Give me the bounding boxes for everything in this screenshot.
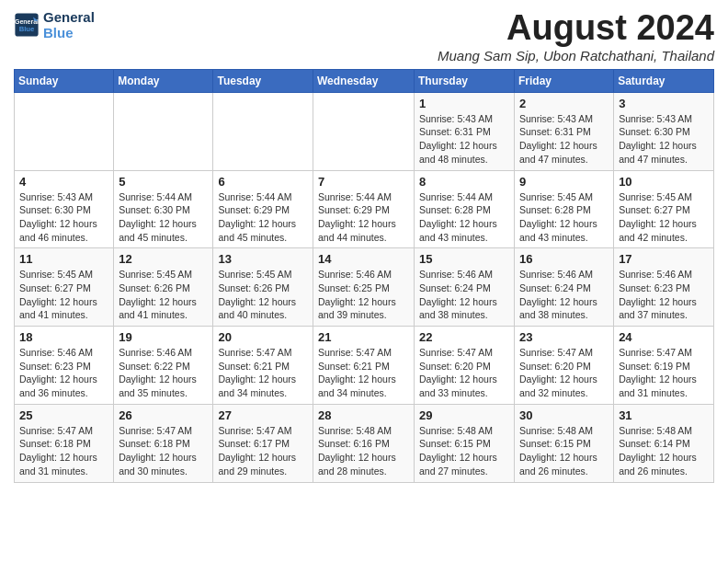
calendar-cell: 19Sunrise: 5:46 AM Sunset: 6:22 PM Dayli… xyxy=(114,327,213,405)
day-number: 29 xyxy=(419,408,509,422)
day-info: Sunrise: 5:47 AM Sunset: 6:18 PM Dayligh… xyxy=(119,424,208,478)
location: Muang Sam Sip, Ubon Ratchathani, Thailan… xyxy=(438,48,714,63)
calendar-cell: 2Sunrise: 5:43 AM Sunset: 6:31 PM Daylig… xyxy=(515,92,614,170)
day-info: Sunrise: 5:43 AM Sunset: 6:31 PM Dayligh… xyxy=(419,112,509,167)
col-header-thursday: Thursday xyxy=(415,69,515,92)
calendar-cell: 8Sunrise: 5:44 AM Sunset: 6:28 PM Daylig… xyxy=(415,170,515,248)
day-number: 28 xyxy=(318,408,409,422)
day-info: Sunrise: 5:48 AM Sunset: 6:14 PM Dayligh… xyxy=(619,424,709,478)
svg-text:Blue: Blue xyxy=(19,25,35,33)
calendar-cell: 1Sunrise: 5:43 AM Sunset: 6:31 PM Daylig… xyxy=(415,92,515,170)
day-number: 17 xyxy=(619,252,709,266)
logo-icon: General Blue xyxy=(14,12,40,38)
day-number: 12 xyxy=(119,252,208,266)
day-number: 7 xyxy=(318,175,409,189)
col-header-friday: Friday xyxy=(515,69,614,92)
calendar-cell xyxy=(213,92,313,170)
day-number: 24 xyxy=(619,330,709,344)
logo: General Blue General Blue xyxy=(14,9,95,40)
day-number: 2 xyxy=(519,97,609,110)
day-info: Sunrise: 5:48 AM Sunset: 6:15 PM Dayligh… xyxy=(419,424,509,478)
week-row-2: 4Sunrise: 5:43 AM Sunset: 6:30 PM Daylig… xyxy=(15,170,714,248)
day-info: Sunrise: 5:48 AM Sunset: 6:15 PM Dayligh… xyxy=(519,424,609,478)
day-info: Sunrise: 5:46 AM Sunset: 6:24 PM Dayligh… xyxy=(519,268,609,322)
logo-text-line1: General xyxy=(43,9,95,25)
day-number: 20 xyxy=(218,330,308,344)
day-number: 15 xyxy=(419,252,509,266)
day-info: Sunrise: 5:46 AM Sunset: 6:24 PM Dayligh… xyxy=(419,268,509,322)
day-info: Sunrise: 5:47 AM Sunset: 6:21 PM Dayligh… xyxy=(318,346,409,400)
week-row-1: 1Sunrise: 5:43 AM Sunset: 6:31 PM Daylig… xyxy=(15,92,714,170)
col-header-wednesday: Wednesday xyxy=(313,69,415,92)
day-number: 22 xyxy=(419,330,509,344)
calendar-cell: 14Sunrise: 5:46 AM Sunset: 6:25 PM Dayli… xyxy=(313,248,415,327)
col-header-saturday: Saturday xyxy=(614,69,714,92)
calendar-cell: 30Sunrise: 5:48 AM Sunset: 6:15 PM Dayli… xyxy=(515,404,614,482)
day-number: 9 xyxy=(519,175,609,189)
calendar-table: SundayMondayTuesdayWednesdayThursdayFrid… xyxy=(14,69,714,483)
calendar-cell xyxy=(15,92,114,170)
week-row-4: 18Sunrise: 5:46 AM Sunset: 6:23 PM Dayli… xyxy=(15,327,714,405)
calendar-cell: 31Sunrise: 5:48 AM Sunset: 6:14 PM Dayli… xyxy=(614,404,714,482)
calendar-cell: 11Sunrise: 5:45 AM Sunset: 6:27 PM Dayli… xyxy=(15,248,114,327)
day-number: 26 xyxy=(119,408,208,422)
day-number: 16 xyxy=(519,252,609,266)
calendar-cell: 13Sunrise: 5:45 AM Sunset: 6:26 PM Dayli… xyxy=(213,248,313,327)
day-number: 21 xyxy=(318,330,409,344)
calendar-cell: 4Sunrise: 5:43 AM Sunset: 6:30 PM Daylig… xyxy=(15,170,114,248)
day-info: Sunrise: 5:43 AM Sunset: 6:31 PM Dayligh… xyxy=(519,112,609,167)
calendar-cell: 9Sunrise: 5:45 AM Sunset: 6:28 PM Daylig… xyxy=(515,170,614,248)
calendar-header: SundayMondayTuesdayWednesdayThursdayFrid… xyxy=(15,69,714,92)
logo-text-line2: Blue xyxy=(43,25,95,40)
day-info: Sunrise: 5:46 AM Sunset: 6:25 PM Dayligh… xyxy=(318,268,409,322)
calendar-cell: 24Sunrise: 5:47 AM Sunset: 6:19 PM Dayli… xyxy=(614,327,714,405)
day-number: 19 xyxy=(119,330,208,344)
day-info: Sunrise: 5:44 AM Sunset: 6:28 PM Dayligh… xyxy=(419,190,509,245)
day-number: 27 xyxy=(218,408,308,422)
month-year: August 2024 xyxy=(438,9,714,48)
calendar-cell: 21Sunrise: 5:47 AM Sunset: 6:21 PM Dayli… xyxy=(313,327,415,405)
day-info: Sunrise: 5:44 AM Sunset: 6:30 PM Dayligh… xyxy=(119,190,208,245)
calendar-cell: 7Sunrise: 5:44 AM Sunset: 6:29 PM Daylig… xyxy=(313,170,415,248)
calendar-cell: 3Sunrise: 5:43 AM Sunset: 6:30 PM Daylig… xyxy=(614,92,714,170)
day-info: Sunrise: 5:44 AM Sunset: 6:29 PM Dayligh… xyxy=(218,190,308,245)
day-number: 3 xyxy=(619,97,709,110)
calendar-cell: 10Sunrise: 5:45 AM Sunset: 6:27 PM Dayli… xyxy=(614,170,714,248)
title-block: August 2024 Muang Sam Sip, Ubon Ratchath… xyxy=(438,9,714,63)
day-info: Sunrise: 5:45 AM Sunset: 6:26 PM Dayligh… xyxy=(218,268,308,322)
calendar-cell xyxy=(114,92,213,170)
day-number: 1 xyxy=(419,97,509,110)
day-number: 10 xyxy=(619,175,709,189)
calendar-cell: 22Sunrise: 5:47 AM Sunset: 6:20 PM Dayli… xyxy=(415,327,515,405)
calendar-cell: 6Sunrise: 5:44 AM Sunset: 6:29 PM Daylig… xyxy=(213,170,313,248)
col-header-tuesday: Tuesday xyxy=(213,69,313,92)
calendar-cell: 18Sunrise: 5:46 AM Sunset: 6:23 PM Dayli… xyxy=(15,327,114,405)
day-number: 25 xyxy=(19,408,108,422)
calendar-cell: 27Sunrise: 5:47 AM Sunset: 6:17 PM Dayli… xyxy=(213,404,313,482)
day-number: 6 xyxy=(218,175,308,189)
week-row-5: 25Sunrise: 5:47 AM Sunset: 6:18 PM Dayli… xyxy=(15,404,714,482)
calendar-cell: 5Sunrise: 5:44 AM Sunset: 6:30 PM Daylig… xyxy=(114,170,213,248)
day-info: Sunrise: 5:47 AM Sunset: 6:20 PM Dayligh… xyxy=(419,346,509,400)
day-info: Sunrise: 5:47 AM Sunset: 6:17 PM Dayligh… xyxy=(218,424,308,478)
calendar-cell: 17Sunrise: 5:46 AM Sunset: 6:23 PM Dayli… xyxy=(614,248,714,327)
col-header-sunday: Sunday xyxy=(15,69,114,92)
day-info: Sunrise: 5:44 AM Sunset: 6:29 PM Dayligh… xyxy=(318,190,409,245)
day-info: Sunrise: 5:45 AM Sunset: 6:26 PM Dayligh… xyxy=(119,268,208,322)
day-info: Sunrise: 5:48 AM Sunset: 6:16 PM Dayligh… xyxy=(318,424,409,478)
day-info: Sunrise: 5:45 AM Sunset: 6:28 PM Dayligh… xyxy=(519,190,609,245)
day-info: Sunrise: 5:47 AM Sunset: 6:18 PM Dayligh… xyxy=(19,424,108,478)
day-number: 18 xyxy=(19,330,108,344)
day-info: Sunrise: 5:47 AM Sunset: 6:20 PM Dayligh… xyxy=(519,346,609,400)
calendar-cell: 28Sunrise: 5:48 AM Sunset: 6:16 PM Dayli… xyxy=(313,404,415,482)
day-number: 8 xyxy=(419,175,509,189)
day-number: 13 xyxy=(218,252,308,266)
calendar-cell: 25Sunrise: 5:47 AM Sunset: 6:18 PM Dayli… xyxy=(15,404,114,482)
calendar-cell: 26Sunrise: 5:47 AM Sunset: 6:18 PM Dayli… xyxy=(114,404,213,482)
day-number: 23 xyxy=(519,330,609,344)
day-number: 30 xyxy=(519,408,609,422)
week-row-3: 11Sunrise: 5:45 AM Sunset: 6:27 PM Dayli… xyxy=(15,248,714,327)
day-info: Sunrise: 5:46 AM Sunset: 6:22 PM Dayligh… xyxy=(119,346,208,400)
day-info: Sunrise: 5:45 AM Sunset: 6:27 PM Dayligh… xyxy=(19,268,108,322)
calendar-cell: 12Sunrise: 5:45 AM Sunset: 6:26 PM Dayli… xyxy=(114,248,213,327)
